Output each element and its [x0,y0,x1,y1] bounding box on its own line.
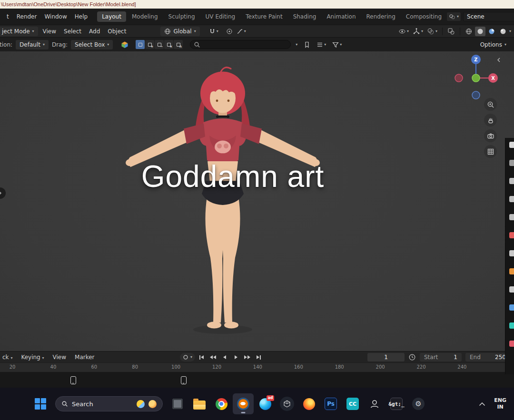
select-mode-invert-button[interactable]: × [164,40,173,49]
menubar-menu[interactable]: Window [40,12,70,21]
zoom-button[interactable] [484,98,497,111]
collections-dropdown[interactable]: ▾ [315,40,327,49]
viewport-3d[interactable]: Goddamn art Z X [0,51,514,351]
workspace-tab[interactable]: Animation [322,11,360,22]
photoshop-button[interactable]: Ps [320,393,341,414]
orientation-default-dropdown[interactable]: Default ▾ [16,40,49,49]
settings-app-button[interactable]: ⚙ [408,393,429,414]
language-indicator[interactable]: ENG IN [494,397,506,410]
properties-tab-icon[interactable] [509,178,514,184]
menubar-menu[interactable]: Render [13,12,41,21]
properties-tab-icon[interactable] [509,142,514,148]
drag-mode-dropdown[interactable]: Select Box ▾ [71,40,113,49]
phone-icon[interactable] [70,376,76,384]
viewport-menu[interactable]: View [39,27,60,36]
shading-solid-button[interactable] [475,27,485,36]
clock-icon[interactable] [408,353,416,361]
phone-icon[interactable] [181,376,187,384]
timeline-ruler[interactable]: 20406080100120140160180200220240 [0,362,514,372]
navigation-gizmo[interactable]: Z X [450,53,502,101]
gizmo-z-label[interactable]: Z [474,57,477,62]
properties-tab-icon[interactable] [509,286,514,293]
play-reverse-button[interactable] [219,353,229,361]
scene-name-field[interactable]: Scene [463,12,514,21]
workspace-tab[interactable]: Rendering [362,11,400,22]
sidebar-expand-button[interactable] [497,57,501,64]
workspace-tab[interactable]: Layout [97,11,126,22]
chevron-up-icon[interactable] [479,402,485,406]
properties-tab-icon[interactable] [509,196,514,202]
jump-to-end-button[interactable] [254,353,264,361]
terminal-button[interactable]: &gt;_ [386,393,407,414]
camera-view-button[interactable] [484,129,497,142]
ortho-toggle-button[interactable] [484,145,497,158]
character-model[interactable] [116,63,330,348]
active-tool-cube-icon[interactable] [121,41,128,49]
edge-button[interactable]: ad [255,393,276,414]
chrome-button[interactable] [211,393,232,414]
workspace-tab[interactable]: Shading [288,11,321,22]
transform-orientation-dropdown[interactable]: Global ▾ [160,27,199,36]
workspace-tab[interactable]: Texture Paint [241,11,287,22]
proportional-falloff-dropdown[interactable]: ▾ [235,27,247,36]
scene-selector-button[interactable]: ▾ [446,12,461,21]
menubar-menu[interactable]: Help [71,12,91,21]
shading-material-button[interactable] [486,27,497,36]
cube-app-button[interactable] [277,393,297,414]
frame-start-field[interactable]: Start 1 [420,353,462,361]
next-keyframe-button[interactable] [242,353,252,361]
xray-toggle-button[interactable] [446,27,456,36]
playback-menu[interactable]: ck ▾ [0,353,16,361]
viewport-menu[interactable]: Select [60,27,85,36]
properties-tab-icon[interactable] [509,214,514,220]
frame-end-field[interactable]: End 250 [465,353,510,361]
menubar-menu[interactable]: t [3,12,13,21]
toolbar-expand-button[interactable] [0,187,6,199]
bookmark-button[interactable] [302,40,312,49]
play-button[interactable] [231,353,241,361]
shading-rendered-button[interactable] [498,27,508,36]
overlays-dropdown[interactable]: ▾ [425,27,439,36]
viewport-search-bar[interactable] [190,40,291,49]
timeline-marker-menu[interactable]: Marker [71,353,98,361]
blender-taskbar-button[interactable] [233,393,254,414]
properties-tab-icon[interactable] [509,322,514,329]
current-frame-field[interactable]: 1 [367,353,405,361]
snap-toggle-button[interactable]: ▾ [208,27,220,36]
properties-tab-icon[interactable] [509,160,514,166]
taskbar-search[interactable]: Search [55,396,163,411]
keying-menu[interactable]: Keying ▾ [18,353,47,361]
shading-wireframe-button[interactable] [464,27,474,36]
auto-keying-button[interactable]: ▾ [180,353,195,361]
start-button[interactable] [30,393,51,414]
prev-keyframe-button[interactable] [208,353,218,361]
select-mode-intersect-button[interactable]: ∩ [174,40,183,49]
select-mode-new-button[interactable] [136,40,145,49]
gizmos-dropdown[interactable]: ▾ [411,27,425,36]
proportional-editing-button[interactable] [225,27,234,36]
jump-to-start-button[interactable] [197,353,207,361]
options-dropdown[interactable]: Options ▾ [476,40,510,49]
properties-tab-icon[interactable] [509,232,514,238]
filter-dropdown[interactable]: ▾ [331,40,343,49]
properties-tab-icon[interactable] [509,304,514,311]
workspace-tab[interactable]: Modeling [127,11,163,22]
pan-button[interactable] [484,114,497,127]
select-mode-extend-button[interactable]: + [145,40,154,49]
file-explorer-button[interactable] [189,393,210,414]
workspace-tab[interactable]: Compositing [401,11,446,22]
interaction-mode-dropdown[interactable]: ject Mode ▾ [0,27,38,36]
workspace-tab[interactable]: Sculpting [164,11,200,22]
timeline-view-menu[interactable]: View [49,353,69,361]
contacts-app-button[interactable] [364,393,385,414]
window-app-icon[interactable] [167,393,188,414]
firefox-button[interactable] [298,393,319,414]
search-options-dropdown[interactable]: ▾ [294,40,299,49]
properties-tab-icon[interactable] [509,341,514,347]
workspace-tab[interactable]: UV Editing [201,11,240,22]
cc-app-button[interactable]: CC [342,393,363,414]
viewport-menu[interactable]: Object [104,27,130,36]
visibility-dropdown[interactable]: ▾ [397,27,410,36]
properties-tab-icon[interactable] [509,268,514,274]
gizmo-x-label[interactable]: X [491,76,495,81]
